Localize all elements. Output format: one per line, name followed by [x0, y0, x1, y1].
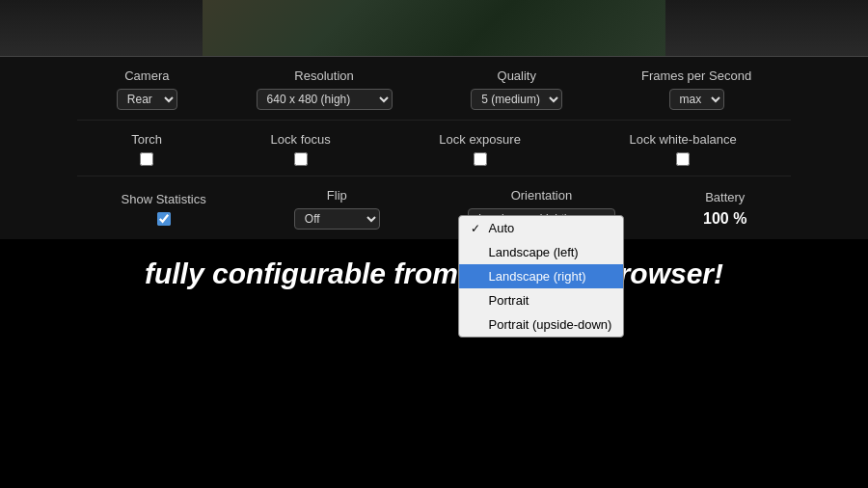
resolution-label: Resolution	[294, 68, 353, 83]
lock-wb-label: Lock white-balance	[629, 132, 736, 147]
torch-checkbox[interactable]	[140, 152, 153, 166]
orientation-dropdown: ✓ Auto Landscape (left) Landscape (right…	[458, 215, 624, 338]
flip-label: Flip	[327, 188, 347, 203]
row-misc: Show Statistics Flip Off Horizontal Vert…	[77, 176, 791, 239]
dropdown-item-portrait-upside-label: Portrait (upside-down)	[488, 317, 611, 332]
quality-group: Quality 5 (medium) 1 (low) 10 (high)	[471, 68, 562, 110]
quality-label: Quality	[498, 68, 536, 83]
battery-label: Battery	[705, 190, 745, 204]
camera-preview-inner	[203, 0, 665, 56]
checkmark-auto: ✓	[471, 222, 482, 235]
dropdown-item-auto[interactable]: ✓ Auto	[459, 216, 623, 240]
camera-preview	[0, 0, 868, 56]
resolution-select[interactable]: 640 x 480 (high) 320 x 240 (medium) 160 …	[257, 89, 393, 110]
dropdown-item-portrait-label: Portrait	[488, 293, 529, 308]
fps-label: Frames per Second	[641, 68, 751, 83]
show-stats-group: Show Statistics	[122, 192, 206, 226]
camera-label: Camera	[124, 68, 169, 83]
battery-group: Battery 100 %	[703, 190, 746, 228]
fps-group: Frames per Second max 30 15 5	[641, 68, 751, 110]
resolution-group: Resolution 640 x 480 (high) 320 x 240 (m…	[257, 68, 393, 110]
controls-area: Camera Rear Front Resolution 640 x 480 (…	[0, 57, 868, 239]
dropdown-item-landscape-right[interactable]: Landscape (right)	[459, 264, 623, 288]
bottom-tagline: fully configurable from your web browser…	[145, 257, 723, 291]
dropdown-item-landscape-left-label: Landscape (left)	[488, 245, 578, 259]
dropdown-item-portrait[interactable]: Portrait	[459, 288, 623, 312]
lock-focus-checkbox[interactable]	[294, 152, 308, 166]
camera-group: Camera Rear Front	[117, 68, 177, 110]
torch-group: Torch	[131, 132, 162, 166]
lock-exposure-label: Lock exposure	[439, 132, 521, 147]
dropdown-item-landscape-left[interactable]: Landscape (left)	[459, 240, 623, 264]
camera-select[interactable]: Rear Front	[117, 89, 177, 110]
flip-group: Flip Off Horizontal Vertical	[294, 188, 380, 230]
dropdown-item-landscape-right-label: Landscape (right)	[488, 269, 585, 284]
row-camera-settings: Camera Rear Front Resolution 640 x 480 (…	[77, 57, 791, 120]
orientation-group: Orientation Auto Landscape (left) Landsc…	[468, 188, 615, 230]
lock-exposure-group: Lock exposure	[439, 132, 521, 166]
show-stats-checkbox[interactable]	[157, 212, 171, 226]
dropdown-item-auto-label: Auto	[488, 221, 514, 235]
row-toggles: Torch Lock focus Lock exposure Lock whit…	[77, 121, 791, 176]
fps-select[interactable]: max 30 15 5	[669, 89, 724, 110]
flip-select[interactable]: Off Horizontal Vertical	[294, 208, 380, 230]
bottom-text-area: fully configurable from your web browser…	[0, 239, 868, 301]
lock-wb-group: Lock white-balance	[629, 132, 736, 166]
battery-value: 100 %	[703, 210, 746, 228]
torch-label: Torch	[131, 132, 162, 147]
lock-wb-checkbox[interactable]	[676, 152, 690, 166]
dropdown-item-portrait-upside[interactable]: Portrait (upside-down)	[459, 312, 623, 337]
orientation-label: Orientation	[511, 188, 573, 203]
show-stats-label: Show Statistics	[122, 192, 206, 206]
lock-focus-label: Lock focus	[271, 132, 331, 147]
lock-exposure-checkbox[interactable]	[474, 152, 487, 166]
quality-select[interactable]: 5 (medium) 1 (low) 10 (high)	[471, 89, 562, 110]
lock-focus-group: Lock focus	[271, 132, 331, 166]
